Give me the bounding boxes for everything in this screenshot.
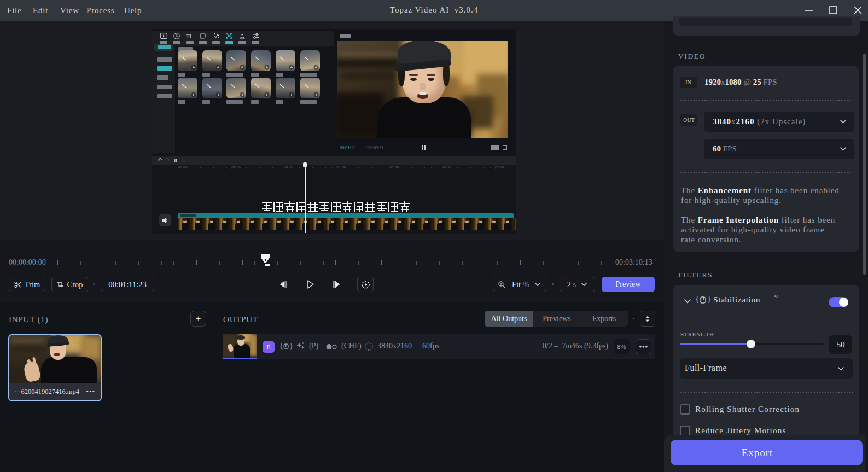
svg-text:TI: TI xyxy=(186,33,192,39)
